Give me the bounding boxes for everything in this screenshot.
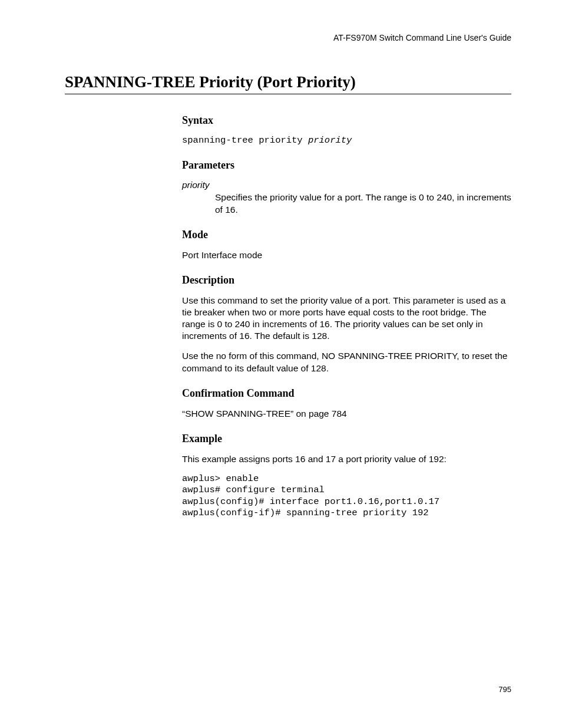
description-p2: Use the no form of this command, NO SPAN…	[182, 350, 511, 374]
confirmation-text: “SHOW SPANNING-TREE” on page 784	[182, 408, 511, 420]
description-heading: Description	[182, 274, 511, 286]
example-heading: Example	[182, 433, 511, 445]
param-term: priority	[182, 180, 511, 190]
content-body: Syntax spanning-tree priority priority P…	[182, 114, 511, 519]
syntax-heading: Syntax	[182, 114, 511, 127]
parameters-heading: Parameters	[182, 159, 511, 172]
page-number: 795	[498, 685, 511, 694]
page: AT-FS970M Switch Command Line User's Gui…	[0, 0, 562, 728]
mode-text: Port Interface mode	[182, 249, 511, 261]
confirmation-heading: Confirmation Command	[182, 387, 511, 400]
syntax-cmd-prefix: spanning-tree priority	[182, 135, 308, 146]
syntax-cmd-arg: priority	[308, 135, 352, 146]
example-code: awplus> enable awplus# configure termina…	[182, 473, 511, 519]
page-title: SPANNING-TREE Priority (Port Priority)	[65, 73, 511, 94]
syntax-command: spanning-tree priority priority	[182, 135, 511, 146]
example-intro: This example assigns ports 16 and 17 a p…	[182, 453, 511, 465]
running-header: AT-FS970M Switch Command Line User's Gui…	[65, 33, 511, 42]
param-desc: Specifies the priority value for a port.…	[215, 192, 511, 215]
description-p1: Use this command to set the priority val…	[182, 295, 511, 342]
mode-heading: Mode	[182, 229, 511, 241]
